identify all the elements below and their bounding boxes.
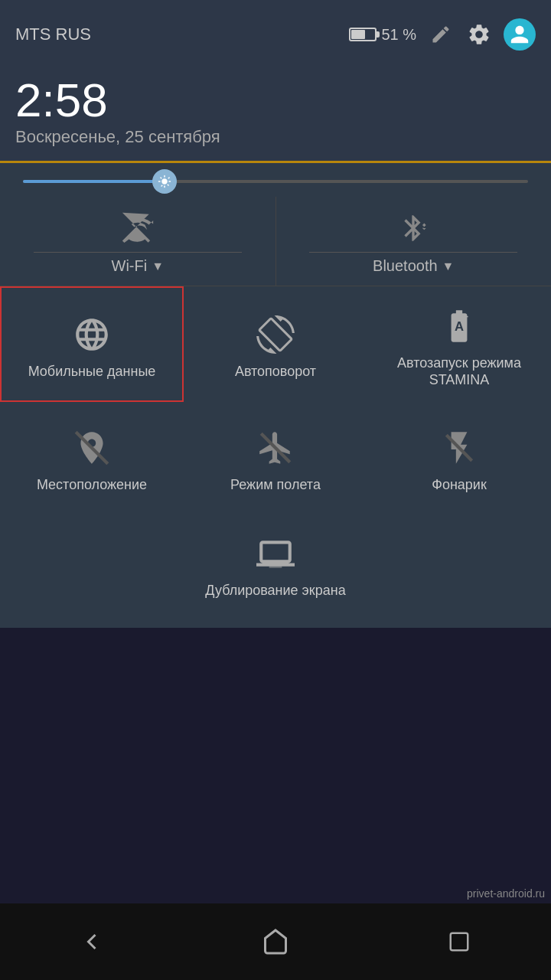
tile-mirror[interactable]: Дублирование экрана: [184, 514, 367, 613]
autorotate-label: Автоповорот: [235, 364, 316, 381]
tile-mobile-data[interactable]: Мобильные данные: [0, 286, 184, 402]
brightness-row[interactable]: [0, 163, 551, 197]
date-display: Воскресенье, 25 сентября: [15, 127, 536, 147]
bluetooth-label: Bluetooth: [373, 257, 438, 275]
flashlight-icon: [436, 425, 482, 471]
battery-percent: 51 %: [381, 26, 416, 44]
status-right: 51 %: [349, 18, 536, 51]
stamina-icon: A +: [436, 303, 482, 349]
svg-rect-5: [451, 933, 468, 951]
bluetooth-chevron: ▼: [442, 260, 455, 273]
location-icon: [69, 425, 115, 471]
tile-autorotate[interactable]: Автоповорот: [184, 286, 367, 402]
back-button[interactable]: [69, 919, 115, 965]
bluetooth-label-row: Bluetooth ▼: [373, 257, 454, 275]
brightness-fill: [23, 180, 165, 183]
tile-flashlight[interactable]: Фонарик: [367, 408, 551, 508]
home-button[interactable]: [253, 919, 298, 965]
wifi-label-row: Wi-Fi ▼: [112, 257, 164, 275]
wifi-divider: [34, 252, 242, 253]
svg-text:+: +: [463, 312, 468, 322]
wifi-toggle[interactable]: Wi-Fi ▼: [0, 197, 276, 286]
toggle-row: Wi-Fi ▼ Bluetooth ▼: [0, 197, 551, 286]
tile-stamina[interactable]: A + Автозапуск режима STAMINA: [367, 286, 551, 402]
brightness-thumb: [152, 169, 177, 194]
time-area: 2:58 Воскресенье, 25 сентября: [0, 69, 551, 163]
stamina-label: Автозапуск режима STAMINA: [375, 355, 543, 388]
status-bar: MTS RUS 51 %: [0, 0, 551, 69]
quick-settings-panel: Wi-Fi ▼ Bluetooth ▼: [0, 163, 551, 628]
mirror-icon: [253, 531, 298, 577]
location-label: Местоположение: [37, 477, 147, 494]
wifi-label: Wi-Fi: [112, 257, 148, 275]
battery-indicator: 51 %: [349, 26, 416, 44]
bluetooth-icon: [390, 209, 436, 247]
edit-icon: [427, 21, 455, 48]
autorotate-icon: [253, 312, 298, 358]
recents-button[interactable]: [436, 919, 482, 965]
mobile-data-icon: [69, 312, 115, 358]
tile-location[interactable]: Местоположение: [0, 408, 184, 508]
settings-icon[interactable]: [465, 21, 493, 48]
mobile-data-label: Мобильные данные: [28, 364, 156, 381]
battery-icon: [349, 28, 377, 41]
tiles-row-1: Мобильные данные Автоповорот A + Автозап…: [0, 286, 551, 402]
tile-airplane[interactable]: Режим полета: [184, 408, 367, 508]
brightness-slider[interactable]: [23, 180, 528, 183]
wifi-icon: [115, 209, 161, 247]
bluetooth-toggle[interactable]: Bluetooth ▼: [276, 197, 552, 286]
wifi-chevron: ▼: [152, 260, 164, 273]
tiles-row-3: Дублирование экрана: [0, 514, 551, 613]
watermark: privet-android.ru: [467, 887, 545, 900]
tiles-row-2: Местоположение Режим полета Фонарик: [0, 408, 551, 508]
airplane-icon: [253, 425, 298, 471]
clock-display: 2:58: [15, 77, 536, 124]
flashlight-label: Фонарик: [432, 477, 487, 494]
nav-bar: [0, 903, 551, 980]
mirror-label: Дублирование экрана: [205, 583, 345, 599]
avatar[interactable]: [504, 18, 536, 51]
carrier-label: MTS RUS: [15, 24, 91, 44]
bluetooth-divider: [309, 252, 517, 253]
airplane-label: Режим полета: [230, 477, 321, 494]
